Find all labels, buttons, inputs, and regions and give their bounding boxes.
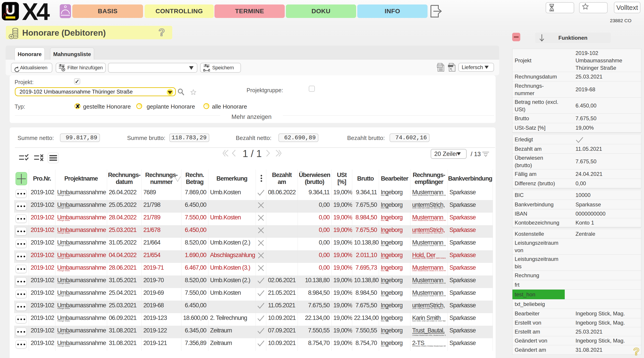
svg-text:CSV: CSV — [438, 65, 442, 67]
